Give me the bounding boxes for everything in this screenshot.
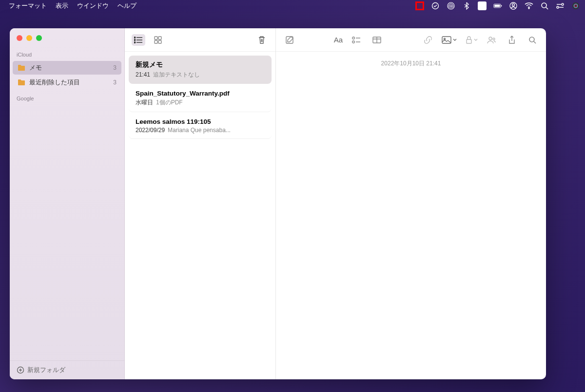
- sidebar-item-label: メモ: [29, 63, 42, 72]
- sidebar-section-google: Google: [10, 90, 124, 104]
- input-source-icon[interactable]: A: [478, 1, 487, 10]
- note-meta: 2022/09/29Mariana Que pensaba...: [136, 127, 265, 134]
- editor-body[interactable]: 2022年10月10日 21:41: [276, 52, 546, 379]
- todo-icon[interactable]: [431, 1, 440, 10]
- note-title: Spain_Statutory_Warranty.pdf: [136, 90, 265, 97]
- svg-rect-7: [494, 5, 500, 7]
- search-button[interactable]: [526, 34, 539, 46]
- svg-rect-22: [155, 37, 157, 39]
- editor-column: Aa: [276, 28, 546, 379]
- list-toolbar: [125, 28, 275, 52]
- user-icon[interactable]: [509, 1, 518, 10]
- svg-point-28: [352, 40, 355, 43]
- svg-point-10: [512, 4, 515, 6]
- sidebar-section-icloud: iCloud: [10, 46, 124, 60]
- svg-point-19: [134, 37, 135, 38]
- svg-point-31: [444, 38, 446, 39]
- share-button[interactable]: [505, 34, 519, 46]
- plus-circle-icon: [17, 366, 24, 374]
- svg-rect-8: [501, 5, 502, 7]
- sidebar: iCloud メモ 3 最近削除した項目 3 Google 新規フォルダ: [10, 28, 125, 379]
- svg-point-34: [493, 38, 495, 40]
- folder-icon: [18, 64, 25, 71]
- menubar-status: A: [415, 1, 580, 10]
- svg-rect-30: [442, 37, 451, 43]
- note-meta: 水曜日1個のPDF: [136, 98, 265, 107]
- close-button[interactable]: [17, 35, 22, 41]
- bluetooth-icon[interactable]: [462, 1, 471, 10]
- table-button[interactable]: [370, 34, 384, 46]
- note-item[interactable]: Spain_Statutory_Warranty.pdf 水曜日1個のPDF: [129, 85, 272, 112]
- media-button[interactable]: [442, 34, 457, 46]
- notes-window: iCloud メモ 3 最近削除した項目 3 Google 新規フォルダ: [10, 28, 546, 379]
- svg-point-2: [432, 3, 439, 9]
- svg-point-21: [134, 41, 135, 42]
- clipboard-icon[interactable]: [415, 1, 424, 10]
- fullscreen-button[interactable]: [36, 35, 42, 41]
- svg-point-14: [557, 6, 559, 8]
- menu-view[interactable]: 表示: [56, 1, 68, 10]
- system-menubar: フォーマット 表示 ウインドウ ヘルプ A: [0, 0, 585, 12]
- airdrop-icon[interactable]: [447, 1, 455, 10]
- notes-list: 新規メモ 21:41追加テキストなし Spain_Statutory_Warra…: [125, 52, 275, 144]
- svg-point-35: [529, 37, 534, 42]
- window-controls: [10, 28, 124, 46]
- svg-point-4: [449, 4, 453, 8]
- notes-list-column: 新規メモ 21:41追加テキストなし Spain_Statutory_Warra…: [125, 28, 276, 379]
- svg-rect-23: [158, 37, 161, 39]
- new-folder-label: 新規フォルダ: [27, 366, 65, 374]
- sidebar-item-count: 3: [113, 79, 117, 86]
- sidebar-item-trash[interactable]: 最近削除した項目 3: [13, 76, 121, 89]
- svg-point-13: [562, 3, 564, 5]
- svg-rect-32: [467, 39, 471, 43]
- svg-point-11: [528, 8, 529, 9]
- note-title: 新規メモ: [136, 60, 265, 69]
- svg-point-20: [134, 39, 135, 40]
- svg-rect-24: [155, 40, 157, 43]
- wifi-icon[interactable]: [525, 1, 533, 10]
- list-view-button[interactable]: [132, 34, 145, 46]
- siri-icon[interactable]: [571, 1, 580, 10]
- menu-format[interactable]: フォーマット: [9, 1, 47, 10]
- sidebar-item-count: 3: [113, 64, 117, 71]
- svg-point-15: [572, 2, 579, 9]
- minimize-button[interactable]: [26, 35, 32, 41]
- note-title: Leemos salmos 119:105: [136, 118, 265, 125]
- new-folder-button[interactable]: 新規フォルダ: [10, 360, 124, 379]
- menu-help[interactable]: ヘルプ: [117, 1, 136, 10]
- note-meta: 21:41追加テキストなし: [136, 71, 265, 79]
- svg-point-12: [542, 3, 546, 8]
- checklist-button[interactable]: [350, 34, 363, 46]
- note-date: 2022年10月10日 21:41: [284, 59, 538, 68]
- note-item[interactable]: Leemos salmos 119:105 2022/09/29Mariana …: [129, 113, 272, 139]
- sidebar-item-notes[interactable]: メモ 3: [13, 61, 121, 75]
- sidebar-item-label: 最近削除した項目: [29, 78, 80, 87]
- lock-button[interactable]: [466, 34, 478, 46]
- link-button[interactable]: [421, 34, 435, 46]
- svg-rect-25: [158, 40, 161, 43]
- menu-window[interactable]: ウインドウ: [77, 1, 109, 10]
- spotlight-icon[interactable]: [540, 1, 549, 10]
- editor-toolbar: Aa: [276, 28, 546, 52]
- svg-point-3: [450, 5, 452, 7]
- grid-view-button[interactable]: [151, 34, 165, 46]
- folder-icon: [18, 79, 25, 86]
- control-center-icon[interactable]: [556, 1, 565, 10]
- battery-icon[interactable]: [493, 1, 502, 10]
- compose-button[interactable]: [283, 34, 296, 46]
- delete-button[interactable]: [255, 34, 269, 46]
- note-item[interactable]: 新規メモ 21:41追加テキストなし: [129, 56, 272, 84]
- collaborate-button[interactable]: [485, 34, 498, 46]
- svg-point-33: [489, 37, 492, 40]
- svg-point-27: [352, 37, 355, 39]
- menubar-left: フォーマット 表示 ウインドウ ヘルプ: [5, 1, 136, 10]
- format-button[interactable]: Aa: [334, 34, 343, 46]
